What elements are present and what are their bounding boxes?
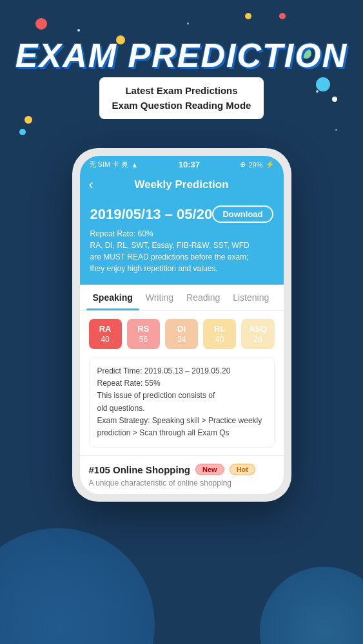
- info-section: 2019/05/13 – 05/20 Download Repeat Rate:…: [80, 199, 284, 285]
- skill-asq-button[interactable]: ASQ 26: [241, 319, 274, 349]
- pred-line5: Exam Strategy: Speaking skill > Practice…: [97, 415, 266, 427]
- status-left: 无 SIM 卡 奥 ▲: [89, 160, 139, 169]
- wifi-icon: ▲: [131, 161, 138, 169]
- phone-frame: 无 SIM 卡 奥 ▲ 10:37 ⊕ 29% ⚡ ‹ Weekly Predi…: [72, 148, 291, 502]
- repeat-rate-text: Repeat Rate: 60%: [90, 228, 273, 240]
- download-button[interactable]: Download: [212, 205, 273, 223]
- phone-mockup: 无 SIM 卡 奥 ▲ 10:37 ⊕ 29% ⚡ ‹ Weekly Predi…: [72, 148, 291, 502]
- item-row: #105 Online Shopping New Hot A unique ch…: [80, 455, 284, 494]
- info-text: Repeat Rate: 60% RA, DI, RL, SWT, Essay,…: [90, 228, 273, 274]
- tab-reading[interactable]: Reading: [180, 285, 226, 310]
- subtitle-line2: Exam Question Reading Mode: [112, 99, 251, 113]
- item-title-row: #105 Online Shopping New Hot: [89, 464, 275, 475]
- status-right: ⊕ 29% ⚡: [240, 160, 274, 169]
- skill-di-button[interactable]: DI 34: [165, 319, 198, 349]
- tab-listening[interactable]: Listening: [226, 285, 275, 310]
- pred-line4: old questions.: [97, 402, 266, 415]
- tab-writing[interactable]: Writing: [139, 285, 180, 310]
- item-description: A unique characteristic of online shoppi…: [89, 478, 275, 489]
- main-title: EXAM PREDICTION: [15, 39, 348, 72]
- app-header: ‹ Weekly Prediction: [80, 173, 284, 199]
- phone-screen: 无 SIM 卡 奥 ▲ 10:37 ⊕ 29% ⚡ ‹ Weekly Predi…: [80, 156, 284, 494]
- pred-repeat: Repeat Rate: 55%: [97, 377, 266, 390]
- skill-rs-button[interactable]: RS 56: [127, 319, 160, 349]
- back-button[interactable]: ‹: [89, 176, 93, 193]
- must-read-text: are MUST READ predictions before the exa…: [90, 251, 273, 263]
- date-range: 2019/05/13 – 05/20: [90, 206, 213, 223]
- skill-ra-button[interactable]: RA 40: [89, 319, 122, 349]
- pred-text: Predict Time: 2019.05.13 – 2019.05.20 Re…: [97, 365, 266, 439]
- subtitle-line1: Latest Exam Predictions: [112, 84, 251, 99]
- status-time: 10:37: [179, 160, 200, 169]
- subjects-text: RA, DI, RL, SWT, Essay, FIB-R&W, SST, WF…: [90, 240, 273, 251]
- lightning-icon: ⚡: [266, 160, 275, 169]
- skill-buttons: RA 40 RS 56 DI 34 RL 40 ASQ 26: [80, 311, 284, 357]
- item-title: #105 Online Shopping: [89, 464, 191, 475]
- carrier-text: 无 SIM 卡 奥: [89, 160, 129, 169]
- pred-line6: prediction > Scan through all Exam Qs: [97, 427, 266, 439]
- skill-rl-button[interactable]: RL 40: [203, 319, 236, 349]
- prediction-info-box: Predict Time: 2019.05.13 – 2019.05.20 Re…: [89, 357, 275, 448]
- header-title: Weekly Prediction: [134, 178, 228, 191]
- battery-text: 29%: [248, 161, 262, 169]
- tabs-row: Speaking Writing Reading Listening: [80, 285, 284, 311]
- values-text: they enjoy high repetition and values.: [90, 263, 273, 274]
- pred-time: Predict Time: 2019.05.13 – 2019.05.20: [97, 365, 266, 377]
- title-area: EXAM PREDICTION Latest Exam Predictions …: [0, 39, 363, 119]
- badge-hot: Hot: [230, 464, 255, 475]
- subtitle-box: Latest Exam Predictions Exam Question Re…: [99, 77, 264, 119]
- pred-line3: This issue of prediction consists of: [97, 390, 266, 402]
- badge-new: New: [195, 464, 224, 475]
- tab-speaking[interactable]: Speaking: [86, 285, 139, 310]
- battery-icon: ⊕: [240, 160, 246, 169]
- status-bar: 无 SIM 卡 奥 ▲ 10:37 ⊕ 29% ⚡: [80, 156, 284, 173]
- date-row: 2019/05/13 – 05/20 Download: [90, 205, 273, 223]
